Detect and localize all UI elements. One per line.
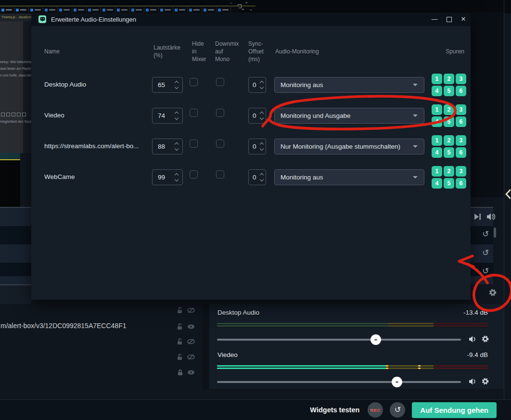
downmix-mono-checkbox[interactable] bbox=[216, 109, 224, 117]
sync-offset-input[interactable]: 0 bbox=[248, 169, 266, 185]
scrollbar-thumb[interactable] bbox=[494, 228, 496, 238]
hide-in-mixer-checkbox[interactable] bbox=[190, 140, 198, 148]
spinner-arrows-icon[interactable] bbox=[175, 143, 178, 150]
track-button[interactable]: 4 bbox=[432, 147, 442, 158]
downmix-mono-checkbox[interactable] bbox=[216, 140, 224, 148]
browser-tab[interactable] bbox=[87, 7, 101, 13]
browser-tab[interactable] bbox=[115, 7, 130, 13]
lock-icon[interactable] bbox=[177, 369, 183, 376]
track-button[interactable]: 5 bbox=[444, 147, 454, 158]
spinner-arrows-icon[interactable] bbox=[175, 81, 178, 89]
eye-icon[interactable] bbox=[187, 324, 195, 330]
track-button[interactable]: 2 bbox=[444, 135, 454, 146]
browser-tab[interactable] bbox=[144, 7, 159, 13]
audio-monitoring-dropdown[interactable]: Nur Monitoring (Ausgabe stummschalten) bbox=[274, 139, 424, 154]
widgets-test-label[interactable]: Widgets testen bbox=[310, 406, 359, 414]
editor-toolbar-icon[interactable] bbox=[12, 113, 15, 116]
spinner-arrows-icon[interactable] bbox=[260, 143, 263, 150]
browser-tab[interactable] bbox=[159, 7, 173, 13]
hide-in-mixer-checkbox[interactable] bbox=[190, 170, 198, 178]
audio-monitoring-dropdown[interactable]: Monitoring aus bbox=[274, 169, 424, 185]
editor-toolbar-icon[interactable] bbox=[1, 113, 5, 116]
browser-tab[interactable] bbox=[188, 7, 202, 13]
track-button[interactable]: 5 bbox=[444, 86, 454, 96]
minimize-button[interactable]: — bbox=[427, 13, 442, 26]
volume-input[interactable]: 88 bbox=[152, 139, 183, 154]
source-item-label[interactable]: m/alert-box/v3/12DC0992815A7ECC48F1 bbox=[0, 322, 126, 330]
spinner-arrows-icon[interactable] bbox=[175, 112, 178, 119]
browser-close-button[interactable]: × bbox=[245, 0, 248, 5]
browser-tab[interactable] bbox=[217, 7, 231, 13]
channel-settings-gear-icon[interactable] bbox=[482, 378, 489, 385]
volume-slider[interactable] bbox=[217, 381, 461, 383]
downmix-mono-checkbox[interactable] bbox=[216, 170, 224, 178]
track-button[interactable]: 6 bbox=[456, 116, 466, 127]
spinner-arrows-icon[interactable] bbox=[260, 174, 263, 181]
browser-tab[interactable] bbox=[72, 7, 87, 13]
editor-toolbar-icon[interactable] bbox=[17, 113, 21, 116]
mute-speaker-icon[interactable] bbox=[469, 336, 477, 343]
replay-buffer-button[interactable]: ↺ bbox=[390, 402, 405, 418]
volume-slider-handle[interactable]: ◂▸ bbox=[392, 377, 402, 387]
track-button[interactable]: 4 bbox=[432, 86, 442, 96]
track-button[interactable]: 6 bbox=[456, 178, 466, 189]
track-button[interactable]: 5 bbox=[444, 116, 454, 127]
eye-icon[interactable] bbox=[187, 369, 195, 375]
sync-offset-input[interactable]: 0 bbox=[248, 108, 266, 124]
volume-slider-handle[interactable]: ◂▸ bbox=[370, 334, 381, 345]
browser-tab[interactable] bbox=[0, 7, 14, 13]
unlock-icon[interactable] bbox=[177, 338, 183, 345]
spinner-arrows-icon[interactable] bbox=[260, 112, 263, 119]
volume-input[interactable]: 65 bbox=[152, 77, 183, 93]
sync-offset-input[interactable]: 0 bbox=[248, 77, 266, 93]
volume-input[interactable]: 99 bbox=[152, 169, 183, 185]
unlock-icon[interactable] bbox=[177, 354, 183, 360]
mixer-settings-gear-icon[interactable] bbox=[489, 289, 497, 296]
eye-slash-icon[interactable] bbox=[187, 338, 195, 345]
browser-tab[interactable] bbox=[58, 7, 72, 13]
track-button[interactable]: 2 bbox=[444, 104, 454, 115]
browser-tab[interactable] bbox=[43, 7, 58, 13]
maximize-button[interactable] bbox=[442, 13, 456, 26]
track-button[interactable]: 3 bbox=[456, 166, 466, 177]
new-tab-button[interactable]: + bbox=[242, 7, 244, 13]
refresh-icon[interactable]: ↺ bbox=[482, 230, 489, 238]
skip-to-end-icon[interactable] bbox=[474, 214, 481, 220]
editor-toolbar-icon[interactable] bbox=[6, 113, 10, 116]
volume-input[interactable]: 74 bbox=[152, 108, 183, 124]
track-button[interactable]: 1 bbox=[432, 166, 442, 177]
browser-tab[interactable] bbox=[29, 7, 43, 13]
browser-minimize-button[interactable]: – bbox=[230, 0, 232, 5]
browser-tab[interactable] bbox=[14, 7, 29, 13]
refresh-icon[interactable]: ↺ bbox=[482, 267, 489, 275]
unlock-icon[interactable] bbox=[177, 323, 183, 330]
browser-tab[interactable] bbox=[173, 7, 188, 13]
spinner-arrows-icon[interactable] bbox=[175, 174, 178, 181]
speaker-icon[interactable] bbox=[487, 213, 496, 220]
downmix-mono-checkbox[interactable] bbox=[216, 78, 224, 86]
eye-slash-icon[interactable] bbox=[187, 354, 195, 360]
browser-tab[interactable] bbox=[101, 7, 115, 13]
track-button[interactable]: 6 bbox=[456, 86, 466, 96]
unlock-icon[interactable] bbox=[177, 307, 183, 314]
chevron-left-icon[interactable] bbox=[505, 189, 511, 199]
track-button[interactable]: 2 bbox=[444, 166, 454, 177]
track-button[interactable]: 5 bbox=[444, 178, 454, 189]
refresh-icon[interactable]: ↺ bbox=[482, 249, 489, 257]
eye-slash-icon[interactable] bbox=[187, 307, 195, 314]
track-button[interactable]: 3 bbox=[456, 74, 466, 84]
browser-tab[interactable] bbox=[130, 7, 144, 13]
track-button[interactable]: 4 bbox=[432, 116, 442, 127]
track-button[interactable]: 3 bbox=[456, 135, 466, 146]
audio-monitoring-dropdown[interactable]: Monitoring und Ausgabe bbox=[274, 108, 424, 124]
channel-settings-gear-icon[interactable] bbox=[482, 335, 489, 343]
mute-speaker-icon[interactable] bbox=[469, 378, 477, 385]
editor-toolbar-icon[interactable] bbox=[22, 113, 26, 116]
track-button[interactable]: 1 bbox=[432, 135, 442, 146]
close-button[interactable]: ✕ bbox=[456, 13, 471, 26]
dialog-titlebar[interactable]: Erweiterte Audio-Einstellungen — ✕ bbox=[31, 13, 471, 26]
volume-slider[interactable] bbox=[217, 339, 461, 341]
track-button[interactable]: 1 bbox=[432, 74, 442, 84]
track-button[interactable]: 3 bbox=[456, 104, 466, 115]
hide-in-mixer-checkbox[interactable] bbox=[190, 78, 198, 86]
